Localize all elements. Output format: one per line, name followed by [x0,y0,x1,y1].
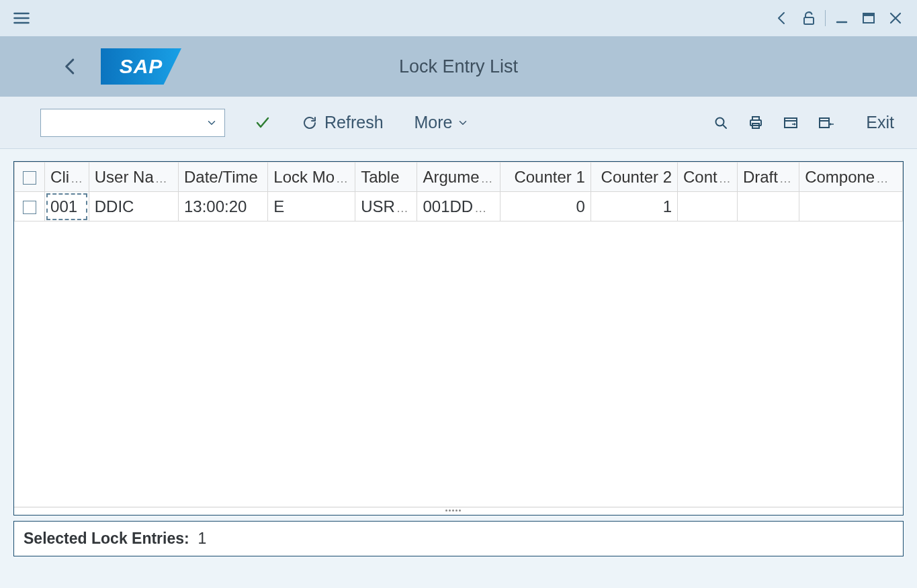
table-row[interactable]: 001 DDIC 13:00:20 E USR 001DD 0 1 [15,192,903,222]
cell-user[interactable]: DDIC [89,192,178,222]
svg-rect-2 [863,13,874,16]
content-area: Cli User Na Date/Time Lock Mo Table Argu… [0,149,917,563]
cell-table[interactable]: USR [355,192,417,222]
new-window-button[interactable] [773,109,808,137]
select-all-header[interactable] [15,162,45,192]
exit-session-button[interactable] [808,109,843,137]
cell-counter2[interactable]: 1 [591,192,677,222]
cell-draft[interactable] [737,192,799,222]
more-dropdown[interactable]: More [405,109,478,137]
col-table[interactable]: Table [355,162,417,192]
exit-label: Exit [866,113,894,132]
cell-datetime[interactable]: 13:00:20 [179,192,268,222]
status-value: 1 [198,530,206,547]
print-button[interactable] [738,109,773,137]
col-lockmode[interactable]: Lock Mo [268,162,355,192]
cell-argument[interactable]: 001DD [417,192,500,222]
command-field[interactable] [40,109,225,137]
col-draft[interactable]: Draft [737,162,799,192]
col-datetime[interactable]: Date/Time [179,162,268,192]
cell-client[interactable]: 001 [45,192,89,222]
divider [825,10,826,26]
exit-button[interactable]: Exit [857,109,904,137]
table-header-row: Cli User Na Date/Time Lock Mo Table Argu… [15,162,903,192]
refresh-label: Refresh [324,113,384,132]
svg-rect-8 [820,118,829,128]
status-panel: Selected Lock Entries: 1 [13,521,904,556]
cell-counter1[interactable]: 0 [500,192,591,222]
svg-rect-7 [785,118,797,128]
svg-rect-0 [804,17,814,24]
title-bar: SAP Lock Entry List [0,36,917,97]
menu-icon[interactable] [8,5,35,32]
col-user[interactable]: User Na [89,162,178,192]
accept-button[interactable] [245,109,280,137]
col-argument[interactable]: Argume [417,162,500,192]
more-label: More [414,113,453,132]
splitter-handle[interactable] [14,507,903,515]
col-counter1[interactable]: Counter 1 [500,162,591,192]
row-checkbox[interactable] [15,192,45,222]
toolbar: Refresh More Exit [0,97,917,149]
col-component[interactable]: Compone [799,162,903,192]
back-button[interactable] [50,46,91,87]
col-client[interactable]: Cli [45,162,89,192]
prev-icon[interactable] [769,5,795,32]
refresh-button[interactable]: Refresh [292,109,393,137]
col-counter2[interactable]: Counter 2 [591,162,677,192]
search-button[interactable] [703,109,738,137]
col-container[interactable]: Cont [678,162,738,192]
maximize-icon[interactable] [855,5,882,32]
cell-component[interactable] [799,192,903,222]
minimize-icon[interactable] [828,5,855,32]
lock-entries-table: Cli User Na Date/Time Lock Mo Table Argu… [13,161,904,516]
system-bar [0,0,917,36]
unlock-icon[interactable] [795,5,822,32]
sap-logo: SAP [101,48,181,85]
cell-container[interactable] [678,192,738,222]
cell-lockmode[interactable]: E [268,192,355,222]
status-label: Selected Lock Entries: [24,530,189,547]
close-icon[interactable] [882,5,909,32]
